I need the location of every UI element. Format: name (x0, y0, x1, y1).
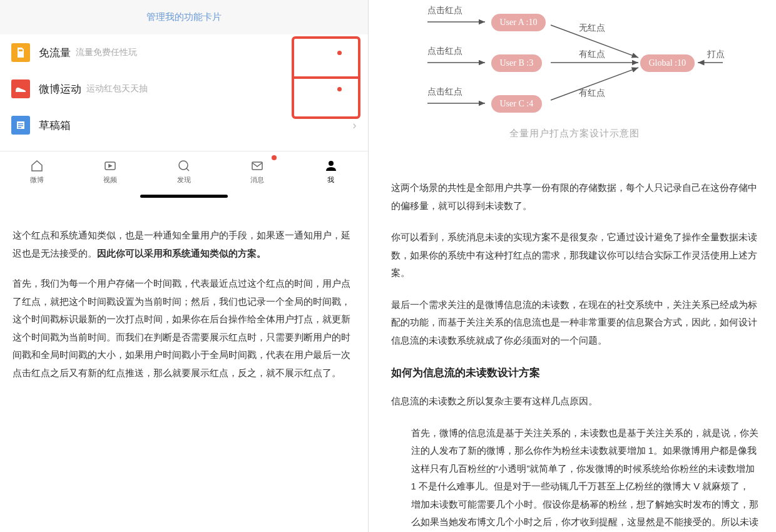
item-subtitle: 流量免费任性玩 (76, 47, 137, 58)
svg-rect-3 (18, 125, 23, 126)
tab-messages[interactable]: 消息 (221, 151, 295, 191)
tab-label: 微博 (0, 175, 74, 185)
diagram-node-user-b: User B :3 (491, 54, 543, 72)
svg-rect-0 (19, 49, 23, 51)
video-icon (74, 158, 148, 174)
tab-discover[interactable]: 发现 (147, 151, 221, 191)
phone-card-header[interactable]: 管理我的功能卡片 (0, 0, 368, 34)
diagram-caption: 全量用户打点方案设计示意图 (391, 128, 759, 140)
svg-rect-2 (18, 123, 23, 125)
annotation-highlight (292, 76, 360, 79)
paragraph: 信息流的未读数之所以复杂主要有这样几点原因。 (391, 392, 759, 411)
search-icon (147, 158, 221, 174)
item-title: 草稿箱 (39, 118, 71, 133)
diagram-label: 无红点 (579, 23, 605, 34)
tab-label: 视频 (74, 175, 148, 185)
paragraph: 这两个场景的共性是全部用户共享一份有限的存储数据，每个人只记录自己在这份存储中的… (391, 179, 759, 215)
svg-point-8 (329, 161, 334, 166)
paragraph: 你可以看到，系统消息未读的实现方案不是很复杂，它通过设计避免了操作全量数据未读数… (391, 228, 759, 282)
drafts-icon (11, 116, 30, 135)
diagram-label: 点击红点 (427, 86, 462, 98)
diagram-label: 点击红点 (427, 46, 462, 57)
red-dot-badge (272, 155, 277, 160)
svg-point-6 (179, 161, 188, 170)
shoe-icon (11, 79, 30, 98)
home-icon (0, 158, 74, 174)
tab-label: 发现 (147, 175, 221, 185)
diagram-node-user-c: User C :4 (491, 95, 543, 113)
item-title: 微博运动 (39, 82, 81, 96)
section-heading: 如何为信息流的未读数设计方案 (391, 366, 759, 380)
tab-me[interactable]: 我 (294, 151, 368, 191)
diagram-node-user-a: User A :10 (491, 14, 546, 31)
tab-video[interactable]: 视频 (74, 151, 148, 191)
diagram-label: 点击红点 (427, 5, 462, 16)
tab-label: 消息 (221, 175, 295, 185)
paragraph: 最后一个需求关注的是微博信息流的未读数，在现在的社交系统中，关注关系已经成为标配… (391, 296, 759, 350)
diagram-label: 打点 (707, 49, 725, 60)
tab-label: 我 (294, 175, 368, 185)
paragraph: 首先，我们为每一个用户存储一个时间戳，代表最近点过这个红点的时间，用户点了红点，… (13, 275, 355, 382)
diagram-label: 有红点 (579, 49, 605, 60)
envelope-icon (221, 158, 295, 174)
chevron-right-icon: › (353, 119, 357, 132)
svg-rect-7 (252, 162, 262, 170)
tab-weibo[interactable]: 微博 (0, 151, 74, 191)
paragraph: 首先，微博的信息流是基于关注关系的，未读数也是基于关注关系的，就是说，你关注的人… (391, 424, 759, 533)
home-indicator (140, 195, 228, 198)
bottom-tab-bar: 微博 视频 发现 消息 我 (0, 151, 368, 191)
diagram: 点击红点 点击红点 点击红点 User A :10 User B :3 User… (391, 0, 759, 150)
diagram-node-global: Global :10 (640, 54, 695, 72)
item-title: 免流量 (39, 46, 71, 60)
person-icon (294, 158, 368, 174)
diagram-label: 有红点 (579, 88, 605, 99)
item-subtitle: 运动红包天天抽 (86, 83, 148, 95)
svg-rect-4 (18, 127, 21, 128)
paragraph: 这个红点和系统通知类似，也是一种通知全量用户的手段，如果逐一通知用户，延迟也是无… (13, 227, 355, 262)
sim-card-icon (11, 43, 30, 62)
